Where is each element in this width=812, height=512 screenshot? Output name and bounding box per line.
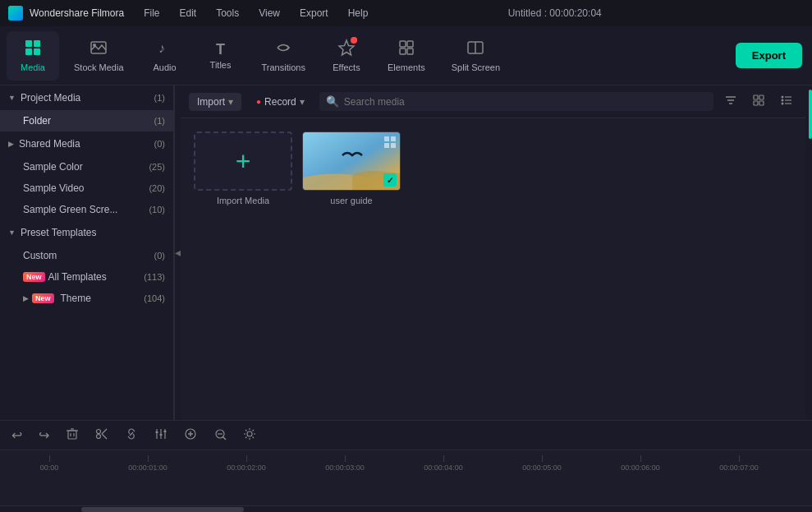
delete-button[interactable] — [61, 426, 84, 445]
title-bar-left: Wondershare Filmora File Edit Tools View… — [8, 6, 371, 21]
media-label: Media — [21, 62, 45, 72]
import-media-thumb[interactable]: + — [194, 131, 292, 191]
search-input[interactable] — [344, 96, 707, 108]
ruler-mark-4: 00:00:04:00 — [394, 455, 493, 472]
menu-bar: File Edit Tools View Export Help — [140, 6, 371, 21]
theme-label: Theme — [61, 293, 91, 304]
svg-rect-19 — [754, 101, 758, 105]
ruler-label-2: 00:00:02:00 — [227, 464, 266, 472]
section-shared-media[interactable]: ▶ Shared Media (0) — [0, 131, 173, 156]
list-view-button[interactable] — [776, 93, 797, 110]
record-button[interactable]: ● Record ▾ — [248, 93, 313, 111]
sidebar-item-folder[interactable]: Folder (1) — [0, 110, 173, 131]
menu-tools[interactable]: Tools — [213, 6, 242, 21]
svg-rect-11 — [407, 48, 413, 54]
svg-line-38 — [102, 434, 107, 439]
folder-count: (1) — [154, 116, 165, 126]
sample-color-count: (25) — [149, 162, 165, 172]
project-media-label: Project Media — [21, 92, 80, 104]
svg-rect-0 — [25, 40, 32, 47]
svg-rect-46 — [160, 434, 163, 436]
collapse-handle[interactable]: ◀ — [174, 85, 181, 420]
menu-file[interactable]: File — [140, 6, 163, 21]
stock-media-icon — [89, 39, 108, 59]
tool-effects[interactable]: Effects — [320, 31, 373, 81]
sidebar-item-sample-color[interactable]: Sample Color (25) — [0, 156, 173, 178]
filter-button[interactable] — [720, 93, 741, 110]
sidebar-item-custom[interactable]: Custom (0) — [0, 245, 173, 266]
sidebar-item-sample-green[interactable]: Sample Green Scre... (10) — [0, 199, 173, 220]
split-screen-label: Split Screen — [452, 62, 500, 72]
ruler-marks: 00:00 00:00:01:00 00:00:02:00 00:00:03:0… — [0, 450, 812, 472]
timeline-ruler[interactable]: 00:00 00:00:01:00 00:00:02:00 00:00:03:0… — [0, 450, 812, 505]
titles-label: Titles — [210, 60, 232, 70]
right-scrollbar[interactable] — [805, 85, 812, 420]
timeline-area: ↩ ↪ 00:00 0 — [0, 420, 812, 512]
title-bar: Wondershare Filmora File Edit Tools View… — [0, 0, 812, 26]
settings-button[interactable] — [238, 426, 261, 445]
window-title: Untitled : 00:00:20:04 — [508, 7, 602, 19]
svg-point-25 — [782, 103, 784, 105]
chevron-shared-media: ▶ — [8, 140, 14, 148]
svg-rect-32 — [68, 431, 76, 439]
ruler-label-0: 00:00 — [40, 464, 59, 472]
tool-media[interactable]: Media — [7, 31, 59, 81]
audio-mixer-button[interactable] — [149, 426, 172, 445]
zoom-button[interactable] — [209, 426, 232, 445]
section-preset-templates[interactable]: ▼ Preset Templates — [0, 220, 173, 245]
grid-view-button[interactable] — [748, 93, 769, 110]
all-templates-label: All Templates — [48, 271, 107, 283]
chevron-project-media: ▼ — [8, 94, 16, 102]
svg-rect-18 — [759, 95, 764, 99]
section-project-media[interactable]: ▼ Project Media (1) — [0, 85, 173, 110]
sample-video-count: (20) — [149, 183, 165, 193]
import-button[interactable]: Import ▾ — [189, 93, 241, 111]
svg-rect-1 — [34, 40, 40, 47]
menu-edit[interactable]: Edit — [177, 6, 200, 21]
svg-rect-8 — [400, 41, 406, 47]
svg-marker-7 — [339, 40, 354, 55]
ruler-mark-0: 00:00 — [0, 455, 99, 472]
svg-rect-30 — [384, 143, 389, 148]
timeline-scrollbar[interactable] — [0, 505, 812, 512]
ruler-mark-3: 00:00:03:00 — [296, 455, 394, 472]
theme-new-badge: New — [32, 293, 54, 303]
sample-green-label: Sample Green Scre... — [23, 204, 117, 215]
folder-label: Folder — [23, 115, 51, 127]
svg-rect-28 — [384, 136, 389, 141]
import-media-item[interactable]: + Import Media — [194, 131, 292, 205]
tool-titles[interactable]: T Titles — [195, 31, 247, 81]
record-chevron-icon: ▾ — [300, 96, 305, 108]
tool-audio[interactable]: ♪ Audio — [139, 31, 191, 81]
undo-button[interactable]: ↩ — [7, 426, 27, 445]
add-track-button[interactable] — [179, 426, 202, 445]
audio-label: Audio — [153, 62, 176, 72]
svg-rect-3 — [34, 48, 40, 55]
menu-help[interactable]: Help — [345, 6, 372, 21]
svg-point-21 — [782, 96, 784, 99]
cut-button[interactable] — [90, 426, 113, 445]
tool-split-screen[interactable]: Split Screen — [440, 31, 512, 81]
ruler-label-1: 00:00:01:00 — [128, 464, 167, 472]
user-guide-thumb[interactable]: ✓ — [302, 131, 401, 191]
theme-count: (104) — [144, 293, 165, 303]
all-templates-new-badge: New — [23, 272, 45, 282]
transitions-label: Transitions — [262, 62, 305, 72]
transitions-icon — [274, 39, 292, 59]
sidebar-item-sample-video[interactable]: Sample Video (20) — [0, 178, 173, 199]
menu-export[interactable]: Export — [296, 6, 332, 21]
chevron-theme: ▶ — [23, 294, 29, 302]
link-button[interactable] — [120, 426, 143, 445]
user-guide-item[interactable]: ✓ user guide — [302, 131, 401, 205]
redo-button[interactable]: ↪ — [34, 426, 54, 445]
stock-media-label: Stock Media — [74, 62, 124, 72]
tool-stock-media[interactable]: Stock Media — [62, 31, 135, 81]
svg-text:♪: ♪ — [158, 41, 165, 55]
export-button[interactable]: Export — [736, 43, 802, 68]
tool-transitions[interactable]: Transitions — [250, 31, 317, 81]
sidebar-item-theme[interactable]: ▶ New Theme (104) — [0, 288, 173, 309]
tool-elements[interactable]: Elements — [376, 31, 437, 81]
menu-view[interactable]: View — [255, 6, 283, 21]
svg-line-41 — [130, 432, 133, 436]
sidebar-item-all-templates[interactable]: New All Templates (113) — [0, 266, 173, 288]
